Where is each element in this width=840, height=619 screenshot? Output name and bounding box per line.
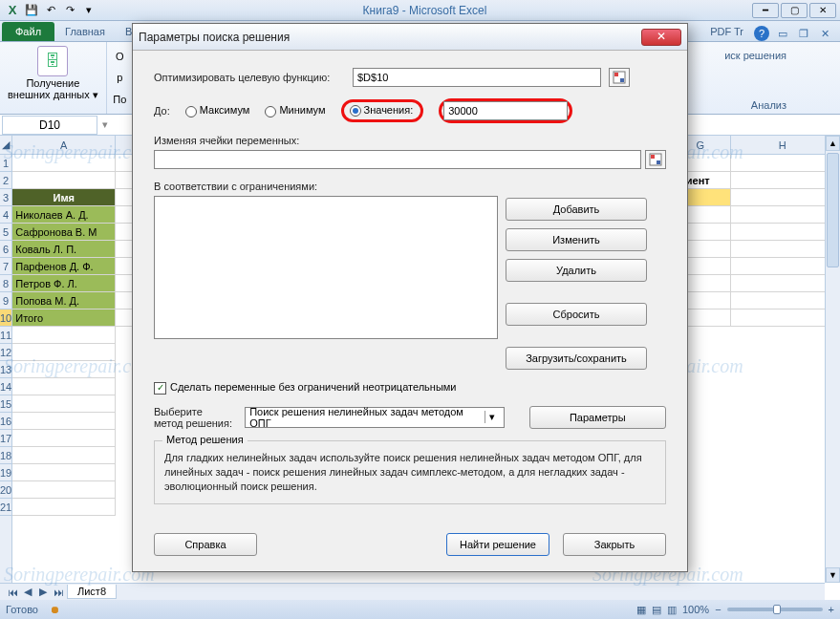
cell[interactable] <box>731 275 834 292</box>
macro-record-icon[interactable]: ⏺ <box>50 604 60 615</box>
row-header[interactable]: 19 <box>0 464 11 481</box>
vertical-scrollbar[interactable]: ▲ ▼ <box>825 136 840 583</box>
vars-input[interactable] <box>154 150 641 169</box>
add-button[interactable]: Добавить <box>506 198 647 221</box>
row-header[interactable]: 1 <box>0 155 11 172</box>
sheet-nav-prev-icon[interactable]: ◀ <box>21 586 34 599</box>
cell[interactable] <box>12 327 116 344</box>
row-header[interactable]: 6 <box>0 241 11 258</box>
cell[interactable] <box>12 344 116 361</box>
get-external-data-button[interactable]: 🗄 Получение внешних данных ▾ <box>8 46 98 100</box>
sheet-tab[interactable]: Лист8 <box>67 585 117 599</box>
load-save-button[interactable]: Загрузить/сохранить <box>506 347 647 370</box>
cell[interactable] <box>731 258 834 275</box>
cell[interactable] <box>12 395 116 413</box>
qat-dropdown-icon[interactable]: ▾ <box>80 2 97 19</box>
cell[interactable] <box>12 464 116 481</box>
workbook-restore-icon[interactable]: ❐ <box>796 26 811 41</box>
row-header[interactable]: 20 <box>0 481 11 499</box>
row-header[interactable]: 16 <box>0 413 11 430</box>
cell[interactable] <box>12 378 116 395</box>
row-header[interactable]: 14 <box>0 378 11 395</box>
row-header[interactable]: 21 <box>0 499 11 516</box>
radio-max[interactable]: Максимум <box>185 104 250 117</box>
cell[interactable]: Парфенов Д. Ф. <box>12 258 116 275</box>
row-header[interactable]: 4 <box>0 206 11 224</box>
sheet-nav-first-icon[interactable]: ⏮ <box>6 586 19 599</box>
nonneg-checkbox[interactable]: Сделать переменные без ограничений неотр… <box>154 381 457 395</box>
dialog-close-button[interactable]: ✕ <box>641 29 681 46</box>
save-icon[interactable]: 💾 <box>23 2 40 19</box>
cell[interactable] <box>731 172 834 189</box>
row-header[interactable]: 12 <box>0 344 11 361</box>
row-header[interactable]: 10 <box>0 310 11 327</box>
delete-button[interactable]: Удалить <box>506 259 647 282</box>
cell[interactable] <box>731 206 834 224</box>
row-header[interactable]: 13 <box>0 361 11 378</box>
help-button[interactable]: Справка <box>154 533 257 556</box>
objective-input[interactable] <box>353 68 601 87</box>
find-solution-button[interactable]: Найти решение <box>446 533 549 556</box>
cell[interactable]: Попова М. Д. <box>12 292 116 310</box>
col-header[interactable]: H <box>731 136 834 154</box>
sheet-nav-next-icon[interactable]: ▶ <box>36 586 50 599</box>
cell[interactable] <box>12 155 116 172</box>
sheet-nav-last-icon[interactable]: ⏭ <box>52 586 65 599</box>
name-box[interactable]: D10 <box>2 116 97 135</box>
row-header[interactable]: 15 <box>0 395 11 413</box>
view-pagebreak-icon[interactable]: ▥ <box>667 604 677 616</box>
select-all-corner[interactable]: ◢ <box>0 136 11 155</box>
help-icon[interactable]: ? <box>754 26 769 41</box>
cell[interactable] <box>12 499 116 516</box>
dialog-title-bar[interactable]: Параметры поиска решения ✕ <box>133 24 687 51</box>
radio-min[interactable]: Минимум <box>265 104 325 117</box>
cell[interactable] <box>12 430 116 447</box>
cell[interactable] <box>12 413 116 430</box>
workbook-close-icon[interactable]: ✕ <box>817 26 832 41</box>
redo-icon[interactable]: ↷ <box>61 2 78 19</box>
close-dialog-button[interactable]: Закрыть <box>563 533 666 556</box>
cell[interactable]: Петров Ф. Л. <box>12 275 116 292</box>
zoom-slider-thumb[interactable] <box>773 605 781 614</box>
row-header[interactable]: 9 <box>0 292 11 310</box>
cell[interactable] <box>12 361 116 378</box>
constraints-listbox[interactable] <box>154 196 498 339</box>
zoom-level[interactable]: 100% <box>682 604 709 615</box>
cell[interactable] <box>731 310 834 327</box>
cell[interactable] <box>731 241 834 258</box>
reset-button[interactable]: Сбросить <box>506 303 647 326</box>
cell[interactable]: Коваль Л. П. <box>12 241 116 258</box>
view-normal-icon[interactable]: ▦ <box>636 604 646 616</box>
cell[interactable] <box>12 447 116 464</box>
scroll-down-icon[interactable]: ▼ <box>826 567 840 583</box>
minimize-button[interactable]: ━ <box>752 3 779 18</box>
row-header[interactable]: 3 <box>0 189 11 206</box>
cell[interactable] <box>731 189 834 206</box>
ribbon-minimize-icon[interactable]: ▭ <box>775 26 790 41</box>
cell[interactable]: Сафронова В. М <box>12 224 116 241</box>
method-select[interactable]: Поиск решения нелинейных задач методом О… <box>245 407 505 428</box>
tab-home[interactable]: Главная <box>55 22 115 41</box>
view-layout-icon[interactable]: ▤ <box>652 604 661 616</box>
edit-button[interactable]: Изменить <box>506 228 647 251</box>
scrollbar-thumb[interactable] <box>827 153 839 267</box>
cell[interactable] <box>731 155 834 172</box>
row-header[interactable]: 7 <box>0 258 11 275</box>
close-button[interactable]: ✕ <box>809 3 836 18</box>
cell[interactable] <box>731 292 834 310</box>
tab-file[interactable]: Файл <box>2 22 54 41</box>
zoom-out-icon[interactable]: − <box>715 604 721 615</box>
row-header[interactable]: 2 <box>0 172 11 189</box>
col-header[interactable]: A <box>12 136 116 154</box>
scroll-up-icon[interactable]: ▲ <box>826 136 840 151</box>
cell[interactable]: Николаев А. Д. <box>12 206 116 224</box>
zoom-in-icon[interactable]: + <box>829 604 834 615</box>
value-input[interactable] <box>443 101 568 120</box>
cell[interactable] <box>731 224 834 241</box>
row-header[interactable]: 17 <box>0 430 11 447</box>
range-picker-button[interactable] <box>609 68 630 87</box>
row-header[interactable]: 8 <box>0 275 11 292</box>
cell[interactable] <box>12 172 116 189</box>
row-header[interactable]: 5 <box>0 224 11 241</box>
row-header[interactable]: 18 <box>0 447 11 464</box>
